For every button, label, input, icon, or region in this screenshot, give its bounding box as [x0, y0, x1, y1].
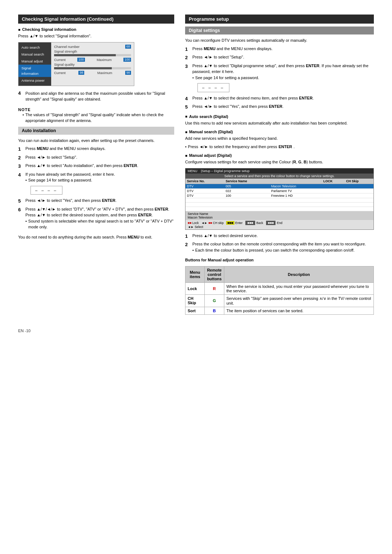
auto-step-5: 5 Press ◄/► to select "Yes", and then pr…: [18, 197, 174, 205]
dscreen-menu-label: MENU: [188, 169, 197, 173]
step-content-5: Press ◄/► to select "Yes", and then pres…: [25, 197, 174, 205]
step-content-2: Press ◄/► to select "Setup".: [25, 154, 174, 162]
quality-label-row: Signal quality: [54, 62, 131, 66]
auto-step-1: 1 Press MENU and the MENU screen display…: [18, 146, 174, 153]
digital-intro: You can reconfigure DTV services setting…: [185, 37, 374, 44]
auto-install-header: Auto installation: [18, 127, 174, 135]
max-val-1: 100: [123, 58, 131, 62]
dscreen-r3-name: Freeview 1 HD: [270, 193, 322, 198]
menu-signal-info: Signal information: [19, 65, 51, 77]
dscreen-row-5: [185, 202, 373, 207]
manual-adjust-text: Configure various settings for each serv…: [185, 159, 374, 165]
dstep-content-1: Press MENU and the MENU screen displays.: [192, 46, 374, 53]
dstep2-content-2: Press the colour button on the remote co…: [192, 241, 374, 254]
step-content-3: Press ▲/▼ to select "Auto installation",…: [25, 163, 174, 170]
quality-bar-fill: [54, 67, 112, 69]
note-title: NOTE: [18, 107, 174, 112]
dscreen-r3-skip: [344, 193, 373, 198]
dscreen-r2-type: DTV: [185, 188, 224, 193]
signal-section-title: Checking Signal information: [18, 27, 174, 32]
btn-back: ■■■: [245, 221, 255, 225]
main-header-left: Checking Signal information (Continued): [18, 15, 174, 24]
menu-manual-search: Manual search: [19, 51, 51, 58]
current-val-1: 100: [77, 58, 85, 62]
channel-row: Channel number 68: [54, 45, 131, 49]
quality-bar: [54, 67, 131, 69]
auto-step4-bullet: See page 14 for setting a password.: [25, 177, 174, 183]
digital-step2-2: 2 Press the colour button on the remote …: [185, 241, 374, 254]
dstep-num-1: 1: [185, 46, 190, 53]
channel-val: 68: [125, 45, 131, 49]
dstep-num-2: 2: [185, 54, 190, 61]
step-num-4: 4: [18, 171, 23, 196]
main-header-right: Programme setup: [185, 15, 374, 24]
dscreen-col-lock: LOCK: [322, 179, 345, 184]
page-layout: Checking Signal information (Continued) …: [18, 15, 374, 318]
auto-intro: You can run auto installation again, eve…: [18, 138, 174, 144]
dstep2-num-2: 2: [185, 241, 190, 254]
step4-row: 4 Position and align the antenna so that…: [18, 90, 174, 105]
step-content-6: Press ▲/▼/◄/► to select "DTV", "ATV" or …: [25, 206, 174, 231]
buttons-lock-item: Lock: [185, 282, 205, 294]
digital-step-5: 5 Press ◄/► to select "Yes", and then pr…: [185, 103, 374, 111]
current-label-1: Current: [54, 58, 66, 62]
dscreen-r3-code: 100: [224, 193, 270, 198]
strength-bar-fill: [54, 54, 116, 56]
dscreen-r1-type: DTV: [185, 184, 224, 188]
step4-text: Position and align the antenna so that t…: [25, 90, 174, 102]
dscreen-row-1: DTV 005 Macon Television: [185, 184, 373, 188]
digital-step-1: 1 Press MENU and the MENU screen display…: [185, 46, 374, 53]
max-label-1: Maximum: [97, 58, 111, 62]
strength-label-row: Signal strength: [54, 49, 131, 53]
max-val-2: 98: [125, 71, 131, 75]
step-num-6: 6: [18, 206, 23, 231]
dscreen-path: |Setup – Digital programme setup: [201, 169, 250, 173]
buttons-lock-btn: R: [205, 282, 224, 294]
note-bullet: The values of "Signal strength" and "Sig…: [18, 112, 174, 124]
strength-bar: [54, 54, 131, 56]
buttons-chskip-desc: Services with "Skip" are passed over whe…: [224, 294, 373, 307]
step-num-2: 2: [18, 154, 23, 162]
buttons-table-header: Menuitems Remotecontrolbuttons Descripti…: [185, 266, 374, 282]
note-box: NOTE The values of "Signal strength" and…: [18, 107, 174, 124]
dscreen-r1-name: Macon Television: [270, 184, 322, 188]
buttons-row-sort: Sort B The item position of services can…: [185, 307, 374, 314]
signal-screen-mockup: Auto search Manual search Manual adjust …: [18, 42, 134, 86]
dstep3-bullet: See page 14 for setting a password.: [192, 75, 374, 81]
quality-vals-row: Current 98 Maximum 98: [54, 71, 131, 75]
dscreen-row-6: [185, 207, 373, 211]
page-indicator: EN -10: [18, 329, 30, 333]
signal-intro: Press ▲/▼ to select "Signal information"…: [18, 33, 174, 39]
dstep-content-5: Press ◄/► to select "Yes", and then pres…: [192, 103, 374, 111]
dscreen-col-chskip: CH Skip: [344, 179, 373, 184]
dscreen-r3-lock: [322, 193, 345, 198]
dscreen-col-headers: Service No. Service Name LOCK CH Skip: [185, 179, 373, 184]
digital-step-3: 3 Press ▲/▼ to select "Digital programme…: [185, 63, 374, 94]
buttons-sort-desc: The item position of services can be sor…: [224, 307, 373, 314]
dstep-content-3: Press ▲/▼ to select "Digital programme s…: [192, 63, 374, 94]
buttons-col-remote: Remotecontrolbuttons: [205, 266, 224, 282]
dstep-num-5: 5: [185, 103, 190, 111]
dscreen-footer: ■■ Lock ◄► ■■ CH skip ■■■ Enter ■■■ Back…: [185, 220, 373, 229]
dscreen-row-4: [185, 198, 373, 202]
screen-signal-content: Channel number 68 Signal strength Curren…: [51, 42, 134, 86]
buttons-col-items: Menuitems: [185, 266, 205, 282]
password-box-digital: – – – –: [197, 83, 229, 92]
dscreen-col-no: Service No.: [185, 179, 224, 184]
dscreen-col-name: Service Name: [224, 179, 270, 184]
note-bullet-item: The values of "Signal strength" and "Sig…: [23, 112, 174, 124]
auto-outro: You do not need to do anything during th…: [18, 234, 174, 240]
btn-chskip-arrow: ◄►: [201, 221, 208, 225]
buttons-chskip-item: CH Skip: [185, 294, 205, 307]
step-num-3: 3: [18, 163, 23, 170]
btn-end: ■■■: [266, 221, 275, 225]
dstep2-content-1: Press ▲/▼ to select desired service.: [192, 233, 374, 240]
page-footer: EN -10: [18, 329, 374, 333]
menu-antenna-power: Antenna power: [19, 77, 51, 84]
quality-label: Signal quality: [54, 62, 75, 66]
digital-step-4: 4 Press ▲/▼ to select the desired menu i…: [185, 95, 374, 102]
dstep-content-4: Press ▲/▼ to select the desired menu ite…: [192, 95, 374, 102]
step4-num: 4: [18, 90, 23, 105]
manual-search-text: Add new services within a specified freq…: [185, 135, 374, 142]
right-column: Programme setup Digital settings You can…: [185, 15, 374, 318]
